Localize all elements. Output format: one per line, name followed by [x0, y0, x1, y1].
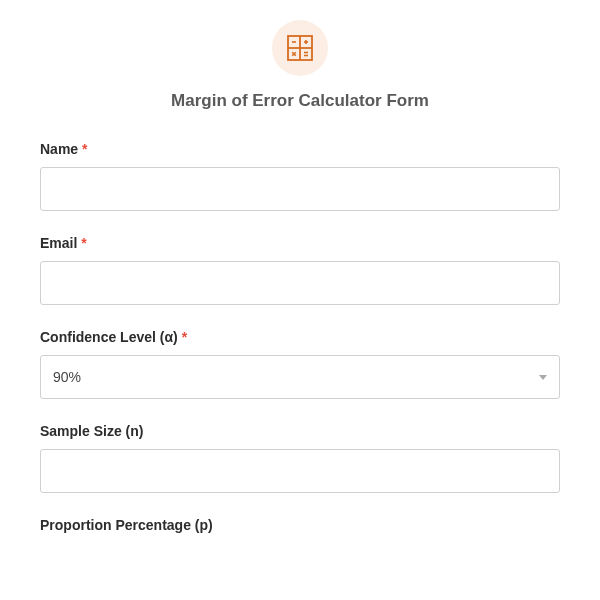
- confidence-selected-value: 90%: [53, 369, 81, 385]
- confidence-group: Confidence Level (α) * 90%: [40, 329, 560, 399]
- name-label-text: Name: [40, 141, 78, 157]
- email-label: Email *: [40, 235, 560, 251]
- sample-size-label-text: Sample Size (n): [40, 423, 143, 439]
- name-field[interactable]: [40, 167, 560, 211]
- proportion-group: Proportion Percentage (p): [40, 517, 560, 533]
- confidence-select[interactable]: 90%: [40, 355, 560, 399]
- email-field[interactable]: [40, 261, 560, 305]
- name-group: Name *: [40, 141, 560, 211]
- sample-size-label: Sample Size (n): [40, 423, 560, 439]
- email-label-text: Email: [40, 235, 77, 251]
- proportion-label-text: Proportion Percentage (p): [40, 517, 213, 533]
- sample-size-group: Sample Size (n): [40, 423, 560, 493]
- calculator-icon-circle: [272, 20, 328, 76]
- sample-size-field[interactable]: [40, 449, 560, 493]
- confidence-label-text: Confidence Level (α): [40, 329, 178, 345]
- page-title: Margin of Error Calculator Form: [40, 91, 560, 111]
- email-group: Email *: [40, 235, 560, 305]
- calculator-icon: [286, 34, 314, 62]
- form-container: Margin of Error Calculator Form Name * E…: [0, 0, 600, 577]
- required-mark: *: [81, 235, 86, 251]
- proportion-label: Proportion Percentage (p): [40, 517, 560, 533]
- chevron-down-icon: [539, 375, 547, 380]
- required-mark: *: [182, 329, 187, 345]
- name-label: Name *: [40, 141, 560, 157]
- required-mark: *: [82, 141, 87, 157]
- confidence-label: Confidence Level (α) *: [40, 329, 560, 345]
